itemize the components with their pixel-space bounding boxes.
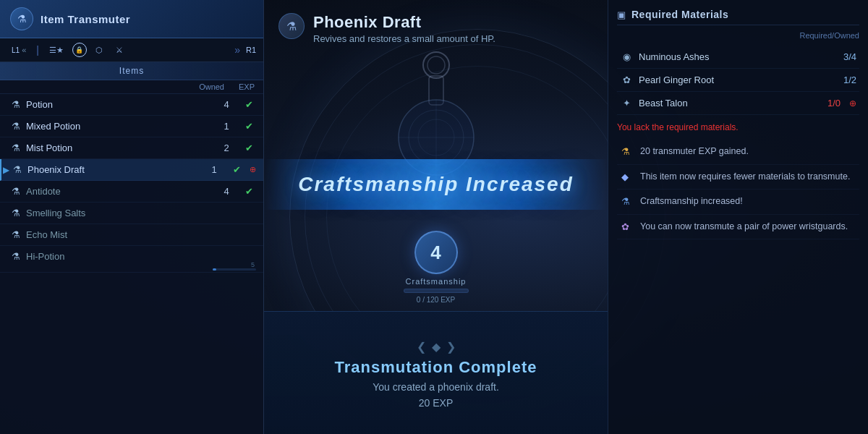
transmutation-subtitle: You created a phoenix draft. bbox=[373, 381, 499, 393]
toolbar: L1 « | ☰★ 🔒 ⬡ ⚔ » R1 bbox=[0, 38, 263, 62]
transmutation-arrows: ❮ ◆ ❯ bbox=[417, 340, 456, 354]
toolbar-level[interactable]: L1 « bbox=[7, 43, 30, 56]
list-item[interactable]: ⚗ Antidote 4 ✔ bbox=[0, 181, 263, 203]
craft-exp-text: 0 / 120 EXP bbox=[417, 296, 455, 304]
toolbar-filter2[interactable]: ⚔ bbox=[111, 43, 127, 57]
list-item[interactable]: ⚗ Potion 4 ✔ bbox=[0, 94, 263, 116]
transmutation-exp: 20 EXP bbox=[419, 397, 453, 409]
craft-icon: ⚗ bbox=[621, 196, 634, 207]
list-item[interactable]: ⚗ Mist Potion 2 ✔ bbox=[0, 137, 263, 159]
req-col-label: Required/Owned bbox=[799, 31, 859, 40]
phoenix-draft-icon: ⚗ bbox=[12, 164, 23, 175]
alert-icon: ⊕ bbox=[250, 165, 256, 174]
progress-bar-bg bbox=[213, 268, 256, 271]
list-item[interactable]: ⚗ Smelling Salts bbox=[0, 203, 263, 224]
notification-row: ⚗ 20 transmuter EXP gained. bbox=[617, 140, 859, 165]
item-owned: 4 bbox=[216, 99, 237, 110]
items-header: Items bbox=[0, 62, 263, 80]
item-name: Hi-Potion bbox=[26, 251, 211, 262]
item-name: Potion bbox=[26, 99, 211, 110]
arrow-mid: ◆ bbox=[432, 340, 441, 354]
potion-icon: ⚗ bbox=[10, 99, 22, 110]
smelling-salts-icon: ⚗ bbox=[10, 208, 22, 218]
exp-icon: ⚗ bbox=[621, 146, 634, 157]
toolbar-sep1: | bbox=[36, 44, 39, 56]
req-col-headers: Required/Owned bbox=[617, 31, 859, 40]
list-item[interactable]: ⚗ Echo Mist bbox=[0, 224, 263, 246]
notification-row: ⚗ Craftsmanship increased! bbox=[617, 190, 859, 215]
item-name: Phoenix Draft bbox=[27, 164, 199, 175]
materials-title: Required Materials bbox=[631, 9, 728, 20]
item-name: Smelling Salts bbox=[26, 208, 211, 218]
center-area: ⚗ Phoenix Draft Revives and restores a s… bbox=[264, 0, 608, 434]
list-item-selected[interactable]: ▶ ⚗ Phoenix Draft 1 ✔ ⊕ bbox=[0, 159, 263, 181]
transmutation-title: Transmutation Complete bbox=[335, 358, 537, 377]
progress-bar-fill bbox=[213, 268, 216, 271]
notif-text: This item now requires fewer materials t… bbox=[640, 171, 850, 184]
craft-level-number: 4 bbox=[430, 242, 441, 264]
material-row: ◉ Numinous Ashes 3/4 bbox=[617, 46, 859, 69]
r1-label: R1 bbox=[246, 46, 256, 54]
svg-point-1 bbox=[427, 56, 445, 74]
arrow-right: ❯ bbox=[446, 340, 456, 354]
items-col-headers: Owned EXP bbox=[0, 80, 263, 94]
lack-warning: You lack the required materials. bbox=[617, 122, 859, 132]
material-name: Numinous Ashes bbox=[639, 51, 822, 62]
item-list: ⚗ Potion 4 ✔ ⚗ Mixed Potion 1 ✔ ⚗ Mist P… bbox=[0, 94, 263, 434]
item-owned: 1 bbox=[203, 164, 225, 175]
required-materials-header: ▣ Required Materials bbox=[617, 9, 859, 25]
panel-header: ⚗ Item Transmuter bbox=[0, 0, 263, 38]
col-exp: EXP bbox=[239, 82, 255, 91]
material-row: ✦ Beast Talon 1/0 ⊕ bbox=[617, 92, 859, 115]
toolbar-filter1[interactable]: ⬡ bbox=[91, 43, 107, 57]
transmutation-complete: ❮ ◆ ❯ Transmutation Complete You created… bbox=[264, 311, 608, 434]
notification-row: ◆ This item now requires fewer materials… bbox=[617, 165, 859, 190]
craft-exp-bar bbox=[404, 289, 469, 293]
check-icon: ✔ bbox=[242, 142, 256, 153]
check-icon: ✔ bbox=[242, 186, 256, 197]
item-name: Mixed Potion bbox=[26, 121, 211, 132]
lock-icon[interactable]: 🔒 bbox=[72, 43, 87, 57]
hi-potion-icon: ⚗ bbox=[10, 251, 22, 262]
list-item[interactable]: ⚗ Mixed Potion 1 ✔ bbox=[0, 116, 263, 137]
material-name: Beast Talon bbox=[639, 98, 806, 109]
wristguard-icon: ✿ bbox=[621, 221, 634, 232]
echo-mist-icon: ⚗ bbox=[10, 229, 22, 240]
items-label: Items bbox=[119, 66, 144, 76]
toolbar-sep2: » bbox=[234, 44, 240, 56]
material-qty: 3/4 bbox=[827, 51, 856, 62]
toolbar-sort[interactable]: ☰★ bbox=[45, 43, 68, 57]
antidote-icon: ⚗ bbox=[10, 186, 22, 197]
craft-level-label: Craftsmanship bbox=[406, 277, 467, 286]
item-info-header: ⚗ Phoenix Draft Revives and restores a s… bbox=[264, 0, 608, 53]
numinous-icon: ◉ bbox=[620, 51, 633, 62]
pearl-ginger-icon: ✿ bbox=[620, 75, 633, 85]
item-owned: 4 bbox=[216, 186, 237, 197]
sword-icon: ⚔ bbox=[116, 46, 123, 55]
craftsmanship-banner: Craftsmanship Increased bbox=[264, 159, 608, 210]
col-owned: Owned bbox=[199, 82, 224, 91]
item-owned: 1 bbox=[216, 121, 237, 132]
item-name: Echo Mist bbox=[26, 229, 211, 240]
mist-potion-icon: ⚗ bbox=[10, 142, 22, 153]
beast-talon-icon: ✦ bbox=[620, 98, 633, 109]
item-owned: 2 bbox=[216, 142, 237, 153]
craftsmanship-text: Craftsmanship Increased bbox=[298, 173, 574, 196]
sort-icon: ☰★ bbox=[49, 46, 64, 55]
material-row: ✿ Pearl Ginger Root 1/2 bbox=[617, 69, 859, 92]
notifications: ⚗ 20 transmuter EXP gained. ◆ This item … bbox=[617, 140, 859, 239]
material-qty-insufficient: 1/0 bbox=[812, 98, 841, 109]
notif-text: You can now transmute a pair of power wr… bbox=[640, 221, 848, 234]
item-info-text: Phoenix Draft Revives and restores a sma… bbox=[313, 13, 495, 44]
diamond-icon: ◆ bbox=[621, 171, 634, 182]
material-name: Pearl Ginger Root bbox=[639, 75, 822, 85]
item-info-name: Phoenix Draft bbox=[313, 13, 495, 32]
craft-level-area: 4 Craftsmanship 0 / 120 EXP bbox=[404, 231, 469, 304]
level-icon: L1 bbox=[12, 46, 20, 54]
item-name: Mist Potion bbox=[26, 142, 211, 153]
selected-item-icon: ⚗ bbox=[278, 13, 305, 39]
list-item[interactable]: ⚗ Hi-Potion 5 bbox=[0, 246, 263, 273]
item-info-desc: Revives and restores a small amount of H… bbox=[313, 33, 495, 44]
materials-icon: ▣ bbox=[617, 9, 626, 20]
panel-title: Item Transmuter bbox=[41, 13, 130, 25]
